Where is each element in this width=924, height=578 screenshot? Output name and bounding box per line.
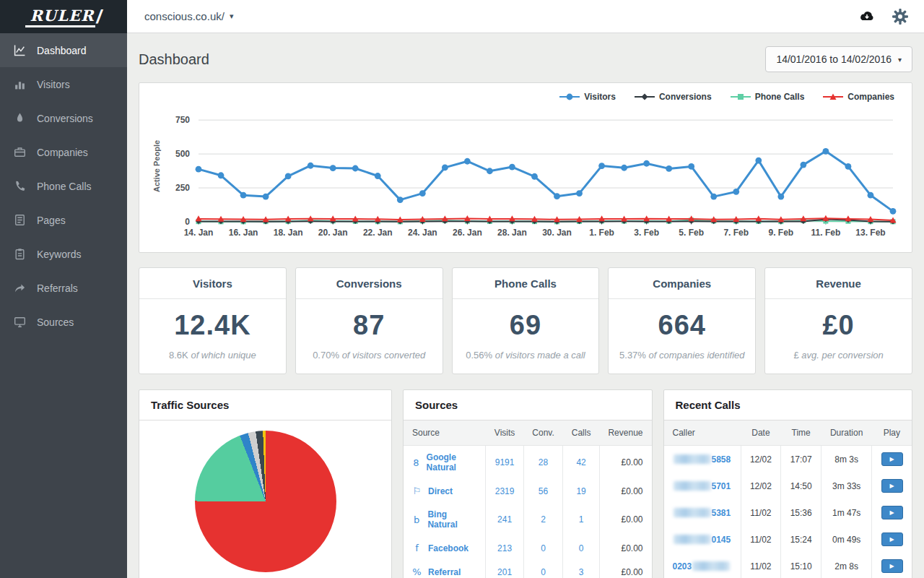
svg-text:13. Feb: 13. Feb bbox=[855, 228, 885, 238]
call-date: 11/02 bbox=[741, 526, 781, 553]
traffic-sources-pie-chart bbox=[195, 431, 336, 572]
caller-digits: 5858 bbox=[712, 454, 731, 465]
caller-link[interactable]: 0203 bbox=[673, 561, 732, 571]
conversions-value[interactable]: 28 bbox=[539, 457, 548, 467]
chevron-down-icon: ▾ bbox=[230, 12, 234, 21]
column-header: Time bbox=[781, 420, 821, 446]
caller-digits: 0203 bbox=[673, 561, 692, 571]
caller-link[interactable]: 5858 bbox=[673, 454, 732, 465]
caller-link[interactable]: 0145 bbox=[673, 535, 732, 545]
stat-note-text: of visitors converted bbox=[342, 350, 426, 361]
sidebar-item-referrals[interactable]: Referrals bbox=[0, 271, 127, 305]
sidebar-item-label: Conversions bbox=[37, 113, 93, 124]
bookmark-icon: ⚐ bbox=[412, 486, 422, 496]
play-button[interactable]: ▶ bbox=[881, 559, 903, 573]
source-link[interactable]: 8Google Natural bbox=[412, 452, 476, 473]
calls-value[interactable]: 0 bbox=[579, 543, 584, 553]
legend-item-phone-calls[interactable]: Phone Calls bbox=[731, 92, 805, 102]
calls-value[interactable]: 1 bbox=[579, 514, 584, 525]
source-link[interactable]: fFacebook bbox=[412, 543, 476, 553]
source-name: Referral bbox=[428, 567, 461, 577]
revenue-value: £0.00 bbox=[599, 560, 651, 578]
svg-text:26. Jan: 26. Jan bbox=[453, 228, 482, 238]
clipboard-icon bbox=[14, 248, 26, 260]
conversions-value[interactable]: 56 bbox=[539, 486, 548, 496]
calls-value[interactable]: 3 bbox=[579, 567, 584, 577]
calls-value[interactable]: 19 bbox=[576, 486, 585, 496]
call-duration: 2m 8s bbox=[821, 553, 872, 578]
revenue-value: £0.00 bbox=[599, 503, 651, 536]
ruler-logo[interactable]: RULER/ bbox=[0, 0, 127, 33]
legend-item-conversions[interactable]: Conversions bbox=[635, 92, 712, 102]
table-row: 020311/0215:102m 8s▶ bbox=[664, 553, 912, 578]
visits-value[interactable]: 2319 bbox=[495, 486, 515, 496]
source-link[interactable]: %Referral bbox=[412, 566, 476, 577]
column-header: Conv. bbox=[523, 420, 562, 446]
play-button[interactable]: ▶ bbox=[881, 479, 903, 493]
date-range-picker[interactable]: 14/01/2016 to 14/02/2016 ▾ bbox=[765, 46, 912, 72]
bar-chart-icon bbox=[14, 78, 26, 90]
sidebar-item-sources[interactable]: Sources bbox=[0, 305, 127, 339]
svg-text:5. Feb: 5. Feb bbox=[679, 228, 704, 238]
caller-link[interactable]: 5381 bbox=[673, 508, 732, 518]
sidebar-item-keywords[interactable]: Keywords bbox=[0, 237, 127, 271]
stat-value: 664 bbox=[613, 310, 751, 341]
svg-text:250: 250 bbox=[175, 183, 190, 193]
column-header: Calls bbox=[563, 420, 600, 446]
chart-legend: VisitorsConversionsPhone CallsCompanies bbox=[149, 90, 902, 105]
redacted-digits bbox=[674, 454, 711, 464]
stat-title: Phone Calls bbox=[453, 268, 599, 299]
stat-title: Visitors bbox=[139, 268, 286, 299]
stat-note-text: of companies identified bbox=[649, 350, 745, 361]
sidebar-item-companies[interactable]: Companies bbox=[0, 135, 127, 169]
stat-note: 0.56% of visitors made a call bbox=[457, 350, 595, 361]
pie-wrap: Google NaturalDirectBing NaturalFacebook… bbox=[139, 420, 391, 578]
play-button[interactable]: ▶ bbox=[881, 506, 903, 519]
legend-item-companies[interactable]: Companies bbox=[823, 92, 894, 102]
legend-item-visitors[interactable]: Visitors bbox=[559, 92, 616, 102]
sidebar-item-dashboard[interactable]: Dashboard bbox=[0, 33, 127, 67]
sidebar-item-pages[interactable]: Pages bbox=[0, 203, 127, 237]
cloud-download-icon[interactable] bbox=[859, 9, 875, 25]
stat-note: 5.37% of companies identified bbox=[613, 350, 751, 361]
site-selector-dropdown[interactable]: conscious.co.uk/ ▾ bbox=[144, 10, 233, 22]
diamond-marker-icon bbox=[635, 92, 655, 101]
caller-link[interactable]: 5701 bbox=[673, 481, 732, 491]
visits-value[interactable]: 241 bbox=[497, 514, 512, 525]
conversions-value[interactable]: 0 bbox=[541, 567, 546, 577]
call-time: 15:36 bbox=[781, 499, 821, 526]
stat-body: £0£ avg. per conversion bbox=[765, 299, 912, 374]
conversions-value[interactable]: 2 bbox=[541, 514, 546, 525]
google-icon: 8 bbox=[412, 457, 420, 468]
sidebar-item-phone-calls[interactable]: Phone Calls bbox=[0, 169, 127, 203]
svg-text:3. Feb: 3. Feb bbox=[634, 228, 659, 238]
conversions-value[interactable]: 0 bbox=[541, 543, 546, 553]
share-arrow-icon bbox=[14, 282, 26, 294]
visits-value[interactable]: 201 bbox=[497, 567, 512, 577]
recent-calls-table: CallerDateTimeDurationPlay 585812/0217:0… bbox=[664, 420, 912, 578]
visits-value[interactable]: 213 bbox=[497, 543, 512, 553]
stats-row: Visitors12.4K8.6K of which uniqueConvers… bbox=[139, 267, 912, 374]
play-button[interactable]: ▶ bbox=[881, 532, 903, 546]
logo-text: RULER bbox=[25, 7, 95, 27]
sidebar-item-label: Pages bbox=[37, 215, 66, 226]
gear-icon[interactable] bbox=[892, 9, 908, 25]
sidebar-item-label: Referrals bbox=[37, 282, 78, 294]
sidebar-item-label: Phone Calls bbox=[37, 181, 92, 192]
svg-text:Active People: Active People bbox=[152, 140, 161, 192]
play-button[interactable]: ▶ bbox=[881, 452, 903, 466]
call-duration: 1m 47s bbox=[821, 499, 872, 526]
stat-card-conversions: Conversions870.70% of visitors converted bbox=[295, 267, 443, 374]
calls-value[interactable]: 42 bbox=[576, 457, 585, 467]
svg-text:500: 500 bbox=[175, 149, 190, 159]
page-icon bbox=[14, 214, 26, 226]
call-date: 11/02 bbox=[741, 499, 781, 526]
sidebar-item-conversions[interactable]: Conversions bbox=[0, 101, 127, 135]
bottom-row: Traffic Sources Google NaturalDirectBing… bbox=[139, 389, 912, 578]
caller-digits: 5381 bbox=[712, 508, 731, 518]
source-link[interactable]: ⚐Direct bbox=[412, 486, 476, 496]
visits-value[interactable]: 9191 bbox=[495, 457, 515, 467]
sidebar-item-visitors[interactable]: Visitors bbox=[0, 67, 127, 101]
source-link[interactable]: bBing Natural bbox=[412, 509, 476, 530]
play-icon: ▶ bbox=[890, 563, 894, 569]
